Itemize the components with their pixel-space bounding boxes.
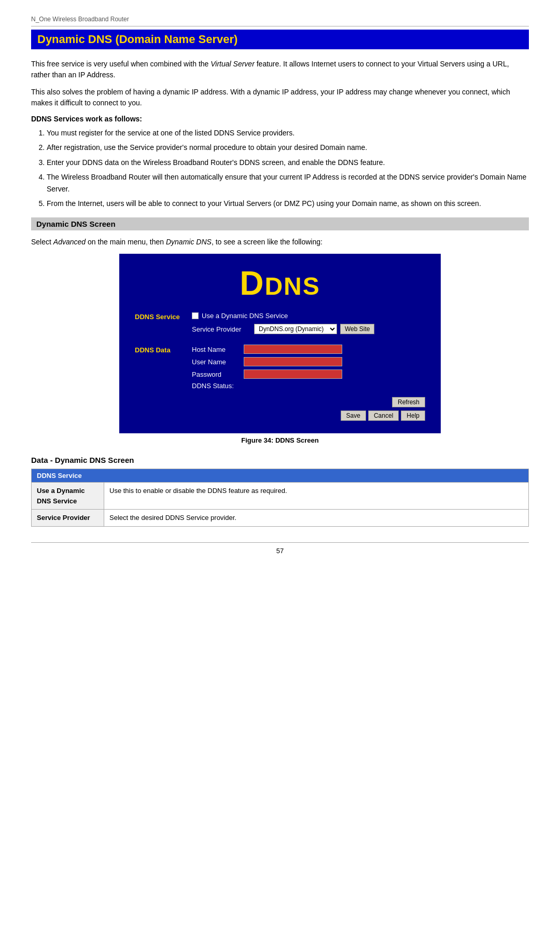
table-row: Use a Dynamic DNS Service Use this to en…: [32, 483, 529, 510]
password-row: Password: [192, 369, 425, 379]
table-cell-col1-1: Service Provider: [32, 510, 104, 527]
refresh-row: Refresh: [135, 397, 425, 407]
figure-caption: Figure 34: DDNS Screen: [241, 436, 319, 444]
ddns-data-section: DDNS Data Host Name User Name Password: [135, 345, 425, 395]
step-2: After registration, use the Service prov…: [47, 142, 529, 153]
ddns-steps-list: You must register for the service at one…: [47, 127, 529, 209]
user-name-row: User Name: [192, 357, 425, 366]
use-ddns-checkbox-row[interactable]: Use a Dynamic DNS Service: [192, 312, 425, 320]
host-name-label: Host Name: [192, 346, 244, 353]
page-footer: 57: [31, 542, 529, 555]
screenshot-wrapper: DDNS DDNS Service Use a Dynamic DNS Serv…: [31, 254, 529, 453]
table-cell-col1-0: Use a Dynamic DNS Service: [32, 483, 104, 510]
data-table: DDNS Service Use a Dynamic DNS Service U…: [31, 469, 529, 527]
password-input[interactable]: [244, 369, 342, 379]
use-ddns-label: Use a Dynamic DNS Service: [202, 312, 288, 320]
ddns-logo-text: DNS: [264, 272, 320, 300]
step-4: The Wireless Broadband Router will then …: [47, 171, 529, 195]
doc-header: N_One Wireless Broadband Router: [31, 16, 529, 26]
user-name-input[interactable]: [244, 357, 342, 366]
step-5: From the Internet, users will be able to…: [47, 198, 529, 209]
data-section-title: Data - Dynamic DNS Screen: [31, 456, 529, 464]
web-site-button[interactable]: Web Site: [340, 324, 374, 334]
ddns-service-label: DDNS Service: [135, 312, 192, 321]
ddns-logo-big-d: D: [240, 265, 264, 302]
ddns-service-fields: Use a Dynamic DNS Service Service Provid…: [192, 312, 425, 339]
table-cell-col2-0: Use this to enable or disable the DDNS f…: [104, 483, 529, 510]
step-1: You must register for the service at one…: [47, 127, 529, 139]
ddns-service-section: DDNS Service Use a Dynamic DNS Service S…: [135, 312, 425, 339]
user-name-label: User Name: [192, 358, 244, 366]
provider-select[interactable]: DynDNS.org (Dynamic): [254, 324, 337, 334]
table-row: Service Provider Select the desired DDNS…: [32, 510, 529, 527]
dynamic-dns-italic: Dynamic DNS: [166, 238, 212, 246]
cancel-button[interactable]: Cancel: [368, 410, 399, 421]
provider-label: Service Provider: [192, 325, 254, 333]
ddns-logo: DDNS: [135, 264, 425, 303]
ddns-status-label: DDNS Status:: [192, 382, 244, 390]
step-3: Enter your DDNS data on the Wireless Bro…: [47, 157, 529, 168]
page-number: 57: [276, 547, 284, 555]
ddns-screen: DDNS DDNS Service Use a Dynamic DNS Serv…: [119, 254, 441, 433]
intro-para1: This free service is very useful when co…: [31, 59, 529, 80]
password-label: Password: [192, 371, 244, 378]
table-cell-col2-1: Select the desired DDNS Service provider…: [104, 510, 529, 527]
dynamic-dns-section-bar: Dynamic DNS Screen: [31, 217, 529, 230]
ddns-services-heading: DDNS Services work as follows:: [31, 115, 529, 123]
use-ddns-checkbox[interactable]: [192, 312, 199, 319]
host-name-input[interactable]: [244, 345, 342, 354]
intro-para2: This also solves the problem of having a…: [31, 87, 529, 108]
ddns-data-label: DDNS Data: [135, 345, 192, 395]
bottom-buttons: Save Cancel Help: [135, 410, 425, 421]
ddns-data-fields: Host Name User Name Password DDNS Status…: [192, 345, 425, 395]
page-title: Dynamic DNS (Domain Name Server): [31, 30, 529, 49]
help-button[interactable]: Help: [401, 410, 425, 421]
host-name-row: Host Name: [192, 345, 425, 354]
refresh-button[interactable]: Refresh: [392, 397, 425, 407]
provider-row: Service Provider DynDNS.org (Dynamic) We…: [192, 324, 425, 334]
ddns-status-row: DDNS Status:: [192, 382, 425, 390]
screen-intro-text: Select Advanced on the main menu, then D…: [31, 237, 529, 248]
table-header: DDNS Service: [32, 469, 529, 483]
advanced-italic: Advanced: [53, 238, 86, 246]
save-button[interactable]: Save: [341, 410, 366, 421]
virtual-server-italic: Virtual Server: [211, 60, 255, 68]
